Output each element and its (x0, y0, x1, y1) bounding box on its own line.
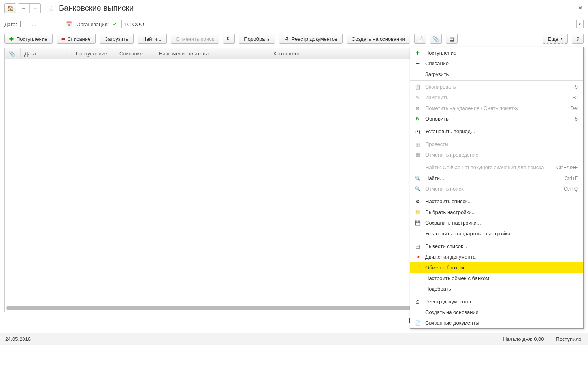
back-button[interactable]: ← (18, 4, 29, 13)
unpost-icon: ▦ (414, 152, 421, 158)
attach-button[interactable]: 📎 (430, 34, 442, 44)
spisanie-button[interactable]: ━Списание (57, 34, 96, 44)
org-label: Организация: (76, 21, 109, 27)
chevron-down-icon: ▾ (561, 37, 563, 41)
date-checkbox[interactable] (20, 21, 26, 27)
delete-mark-icon: ✖ (414, 106, 421, 111)
menu-sozdat[interactable]: Создать на основании (410, 307, 583, 318)
folder-icon: 📁 (414, 210, 421, 215)
post-icon: ▦ (414, 142, 421, 147)
nachalo-dnya: Начало дня: 0,00 (503, 336, 544, 342)
copy-icon: 📋 (414, 84, 421, 90)
plus-icon: ✚ (414, 50, 421, 56)
menu-naiti-hint: Найти: Сейчас нет текущего значения для … (410, 162, 583, 173)
filter-bar: Дата: . . 📅 Организация: 1С ООО ▾ (0, 16, 588, 32)
print-icon: 🖨 (414, 299, 421, 304)
col-date[interactable]: Дата↓ (21, 48, 72, 59)
period-icon: (•) (414, 129, 421, 134)
org-value: 1С ООО (124, 21, 144, 27)
favorite-star-icon[interactable]: ☆ (48, 4, 55, 13)
menu-ustanovit-std[interactable]: Установить стандартные настройки (410, 228, 583, 239)
plus-icon: ✚ (9, 36, 14, 42)
col-spisanie[interactable]: Списание (115, 48, 155, 59)
reestr-button[interactable]: 🖨Реестр документов (279, 34, 343, 44)
more-menu: ✚Поступление ━Списание Загрузить 📋Скопир… (410, 47, 584, 329)
date-placeholder: . . (32, 21, 36, 27)
col-kontragent[interactable]: Контрагент (270, 48, 364, 59)
edit-icon: ✎ (414, 95, 421, 100)
page-title: Банковские выписки (59, 4, 134, 13)
menu-vybrat-nastroiki[interactable]: 📁Выбрать настройки... (410, 207, 583, 217)
paperclip-icon: 📎 (9, 51, 15, 57)
list-button[interactable]: ▤ (446, 34, 458, 44)
org-field[interactable]: 1С ООО ▾ (121, 20, 584, 28)
calendar-icon[interactable]: 📅 (66, 21, 72, 27)
postupilo-label: Поступило: (556, 336, 583, 342)
linked-doc-icon: 📄 (414, 320, 421, 326)
status-bar: 24.05.2016 Начало дня: 0,00 Поступило: (0, 333, 588, 345)
menu-ustanovit-period[interactable]: (•)Установить период... (410, 126, 583, 137)
document-icon: 📄 (417, 36, 423, 42)
close-button[interactable]: ✕ (578, 4, 583, 12)
menu-dvizheniya[interactable]: КтДвижения документа (410, 252, 583, 262)
help-button[interactable]: ? (572, 34, 584, 44)
podobrat-button[interactable]: Подобрать (239, 34, 275, 44)
sort-arrow-icon: ↓ (65, 51, 68, 57)
postuplenie-button[interactable]: ✚Поступление (4, 34, 53, 44)
menu-izmenit[interactable]: ✎ИзменитьF2 (410, 92, 583, 103)
print-icon: 🖨 (284, 36, 289, 42)
menu-svyazannye[interactable]: 📄Связанные документы (410, 318, 583, 328)
home-button[interactable]: 🏠 (4, 3, 16, 13)
nav-back-forward: ← → (18, 3, 41, 13)
forward-button[interactable]: → (29, 4, 40, 13)
toolbar: ✚Поступление ━Списание Загрузить Найти..… (0, 32, 588, 48)
dtkt-icon: Кт (414, 255, 421, 259)
export-icon: ▤ (414, 244, 421, 249)
doc-icon-button[interactable]: 📄 (414, 34, 426, 44)
menu-pometit[interactable]: ✖Пометить на удаление / Снять пометкуDel (410, 103, 583, 113)
menu-postuplenie[interactable]: ✚Поступление (410, 47, 583, 58)
menu-nastroit-spisok[interactable]: ⚙Настроить список... (410, 196, 583, 207)
dtkt-button[interactable]: Кт (223, 34, 235, 44)
col-attach[interactable]: 📎 (5, 48, 21, 59)
org-dropdown-icon[interactable]: ▾ (576, 20, 583, 28)
paperclip-icon: 📎 (433, 36, 439, 42)
col-naznachenie[interactable]: Назначение платежа (155, 48, 270, 59)
date-field[interactable]: . . 📅 (30, 20, 73, 28)
title-bar: 🏠 ← → ☆ Банковские выписки ✕ (0, 0, 588, 16)
menu-obmen-s-bankom[interactable]: Обмен с банком (410, 262, 583, 273)
org-checkbox[interactable] (112, 21, 118, 27)
menu-otmenit-poisk[interactable]: 🔍Отменить поискCtrl+Q (410, 183, 583, 194)
menu-skopirovat[interactable]: 📋СкопироватьF9 (410, 81, 583, 92)
minus-icon: ━ (414, 61, 421, 66)
sozdat-button[interactable]: Создать на основании (347, 34, 410, 44)
menu-obnovit[interactable]: ↻ОбновитьF5 (410, 113, 583, 124)
more-button[interactable]: Еще▾ (543, 34, 568, 44)
menu-vyvesti-spisok[interactable]: ▤Вывести список... (410, 241, 583, 252)
menu-reestr[interactable]: 🖨Реестр документов (410, 296, 583, 307)
menu-nastroit-obmen[interactable]: Настроить обмен с банком (410, 273, 583, 284)
menu-spisanie[interactable]: ━Списание (410, 58, 583, 69)
menu-podobrat[interactable]: Подобрать (410, 284, 583, 294)
search-icon: 🔍 (414, 176, 421, 181)
menu-sohranit-nastroiki[interactable]: 💾Сохранить настройки... (410, 217, 583, 228)
dtkt-icon: Кт (227, 37, 231, 41)
status-date: 24.05.2016 (5, 336, 31, 342)
menu-otmenit-provedenie[interactable]: ▦Отменить проведение (410, 149, 583, 160)
save-icon: 💾 (414, 220, 421, 226)
menu-zagruzit[interactable]: Загрузить (410, 69, 583, 79)
refresh-icon: ↻ (414, 116, 421, 122)
menu-provesti[interactable]: ▦Провести (410, 139, 583, 149)
minus-icon: ━ (62, 36, 65, 42)
list-icon: ▤ (449, 36, 454, 42)
naiti-button[interactable]: Найти... (138, 34, 167, 44)
otmenit-poisk-button[interactable]: Отменить поиск (171, 34, 219, 44)
settings-list-icon: ⚙ (414, 199, 421, 204)
col-postuplenie[interactable]: Поступление (72, 48, 115, 59)
menu-naiti[interactable]: 🔍Найти...Ctrl+F (410, 173, 583, 183)
cancel-search-icon: 🔍 (414, 186, 421, 192)
zagruzit-button[interactable]: Загрузить (100, 34, 133, 44)
date-label: Дата: (4, 21, 17, 27)
